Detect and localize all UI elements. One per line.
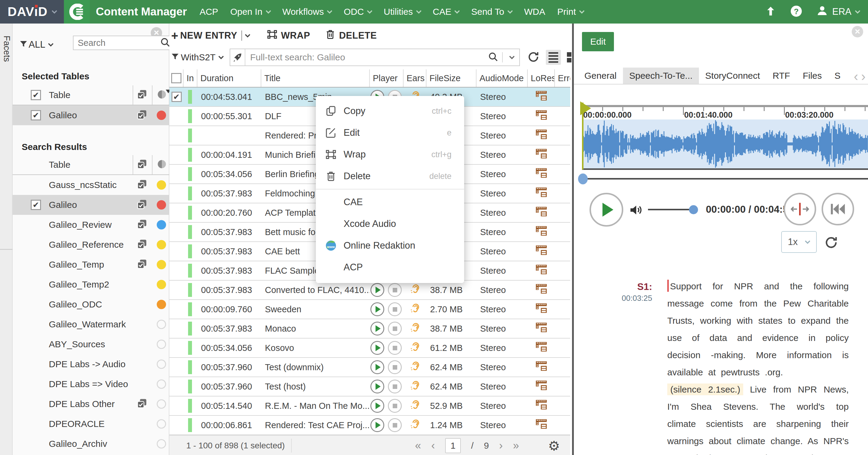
lores-proxy-icon[interactable] bbox=[535, 360, 548, 374]
play-button[interactable] bbox=[590, 193, 623, 227]
ear-icon[interactable] bbox=[409, 360, 421, 375]
delete-button[interactable]: DELETE bbox=[324, 29, 377, 42]
checkbox-checked[interactable]: ✔ bbox=[31, 200, 41, 210]
facets-tab[interactable]: Facets bbox=[0, 27, 13, 250]
upload-icon[interactable] bbox=[765, 5, 777, 19]
lores-proxy-icon[interactable] bbox=[535, 418, 548, 432]
column-header-in[interactable]: In bbox=[184, 69, 197, 87]
last-page-button[interactable]: » bbox=[513, 439, 519, 452]
lores-cell[interactable] bbox=[528, 261, 555, 280]
lores-cell[interactable] bbox=[528, 416, 555, 434]
menu-item-wrap[interactable]: Wrapctrl+g bbox=[316, 144, 464, 165]
menu-item-acp[interactable]: ACP bbox=[316, 256, 464, 278]
menu-item-cae[interactable]: CAE bbox=[316, 191, 464, 213]
gear-icon[interactable]: ⚙ bbox=[548, 438, 560, 454]
contrast-icon[interactable] bbox=[157, 89, 167, 101]
volume-icon[interactable] bbox=[628, 202, 644, 219]
facet-row-galileo[interactable]: ✔Galileo bbox=[13, 195, 169, 215]
row-select-cell[interactable] bbox=[169, 145, 184, 164]
checkbox-checked[interactable]: ✔ bbox=[172, 92, 182, 102]
facet-row-galileo-watermark[interactable]: Galileo_Watermark bbox=[13, 314, 169, 334]
ear-icon[interactable] bbox=[409, 341, 421, 356]
table-row[interactable]: 00:05:37.983Monaco38.7 MBStereo bbox=[169, 319, 570, 339]
lores-proxy-icon[interactable] bbox=[535, 129, 548, 143]
lores-proxy-icon[interactable] bbox=[535, 245, 548, 259]
column-header-audiomode[interactable]: AudioMode bbox=[476, 69, 528, 87]
table-row[interactable]: 00:05:37.983Converted to FLAC, 4410...38… bbox=[169, 281, 570, 300]
lores-cell[interactable] bbox=[528, 203, 555, 222]
jump-to-marker-button[interactable] bbox=[784, 193, 816, 225]
lores-cell[interactable] bbox=[528, 126, 555, 145]
tab-storyconnect[interactable]: StoryConnect bbox=[699, 67, 767, 84]
ear-icon[interactable] bbox=[409, 283, 421, 297]
checkbox-empty[interactable] bbox=[171, 73, 181, 83]
facet-row-dpe-labs-video[interactable]: DPE Labs => Video bbox=[13, 374, 169, 394]
multi-select-icon[interactable] bbox=[137, 199, 147, 210]
next-page-button[interactable]: › bbox=[499, 439, 503, 452]
menu-cae[interactable]: CAE bbox=[433, 7, 459, 17]
row-select-cell[interactable]: ✔ bbox=[169, 87, 184, 106]
facet-row-galileo-review[interactable]: Galileo_Review bbox=[13, 215, 169, 235]
skip-to-start-button[interactable] bbox=[822, 193, 854, 225]
lores-cell[interactable] bbox=[528, 358, 555, 376]
menu-item-edit[interactable]: Edite bbox=[316, 122, 464, 144]
lores-proxy-icon[interactable] bbox=[535, 206, 548, 220]
lores-cell[interactable] bbox=[528, 281, 555, 299]
facet-row-galileo-archiv[interactable]: Galileo_Archiv bbox=[13, 434, 169, 454]
ear-icon[interactable] bbox=[409, 418, 421, 433]
lores-cell[interactable] bbox=[528, 165, 555, 183]
row-select-cell[interactable] bbox=[169, 126, 184, 145]
new-entry-button[interactable]: + NEW ENTRY bbox=[171, 30, 250, 41]
contrast-icon[interactable] bbox=[157, 159, 167, 170]
lores-cell[interactable] bbox=[528, 223, 555, 241]
menu-item-copy[interactable]: Copyctrl+c bbox=[316, 100, 464, 122]
ear-icon[interactable] bbox=[409, 302, 421, 317]
tab-speech-to-te[interactable]: Speech-To-Te... bbox=[623, 67, 699, 84]
funnel-icon[interactable] bbox=[170, 52, 180, 62]
row-select-cell[interactable] bbox=[169, 416, 184, 434]
menu-item-xcode-audio[interactable]: Xcode Audio bbox=[316, 213, 464, 235]
speaker-label[interactable]: S1: bbox=[601, 281, 652, 292]
search-icon[interactable] bbox=[488, 51, 498, 63]
menu-acp[interactable]: ACP bbox=[199, 7, 218, 17]
play-button[interactable] bbox=[370, 341, 384, 355]
tab-subclips[interactable]: Subclips bbox=[828, 67, 841, 84]
wrap-button[interactable]: WRAP bbox=[267, 29, 310, 42]
multi-select-icon[interactable] bbox=[137, 398, 147, 410]
menu-open-in[interactable]: Open In bbox=[230, 7, 270, 17]
lores-cell[interactable] bbox=[528, 184, 555, 203]
lores-proxy-icon[interactable] bbox=[535, 225, 548, 239]
checkbox-checked[interactable]: ✔ bbox=[31, 110, 41, 120]
tab-scroll-right-icon[interactable]: › bbox=[861, 69, 866, 84]
seek-slider[interactable] bbox=[582, 178, 868, 179]
play-button[interactable] bbox=[370, 322, 384, 336]
volume-slider-handle[interactable] bbox=[689, 205, 698, 214]
tab-general[interactable]: General bbox=[578, 67, 623, 84]
column-header-player[interactable]: Player bbox=[370, 69, 404, 87]
lores-proxy-icon[interactable] bbox=[535, 341, 548, 355]
seek-slider-handle[interactable] bbox=[578, 173, 588, 184]
lores-proxy-icon[interactable] bbox=[535, 109, 548, 123]
select-all-checkbox[interactable] bbox=[169, 69, 184, 87]
waveform-display[interactable] bbox=[582, 119, 868, 168]
stop-button[interactable] bbox=[388, 302, 402, 316]
facet-row-galileo-odc[interactable]: Galileo_ODC bbox=[13, 294, 169, 314]
multi-select-icon[interactable] bbox=[137, 239, 147, 250]
volume-slider[interactable] bbox=[648, 209, 693, 210]
ear-icon[interactable] bbox=[409, 321, 421, 336]
table-row[interactable]: 00:05:14.540R.E.M. - Man On The Mo...52.… bbox=[169, 396, 570, 416]
multi-select-icon[interactable] bbox=[137, 110, 147, 121]
row-select-cell[interactable] bbox=[169, 339, 184, 357]
column-header-ears[interactable]: Ears bbox=[404, 69, 427, 87]
lores-proxy-icon[interactable] bbox=[535, 264, 548, 278]
multi-select-icon[interactable] bbox=[137, 259, 147, 271]
lores-proxy-icon[interactable] bbox=[535, 167, 548, 181]
lores-proxy-icon[interactable] bbox=[535, 90, 548, 104]
ears-cell[interactable] bbox=[404, 300, 427, 319]
stop-button[interactable] bbox=[388, 418, 402, 432]
menu-utilities[interactable]: Utilities bbox=[384, 7, 421, 17]
lores-cell[interactable] bbox=[528, 107, 555, 125]
first-page-button[interactable]: « bbox=[415, 439, 421, 452]
help-icon[interactable]: ? bbox=[790, 5, 803, 19]
lores-cell[interactable] bbox=[528, 339, 555, 357]
